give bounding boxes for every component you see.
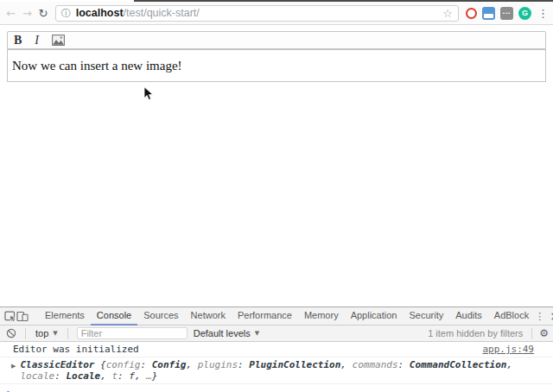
browser-toolbar: ← → ↻ ⓘ localhost/test/quick-start/ ☆ ••… [0,2,553,25]
object-preview-segment: … [146,370,152,382]
image-icon [52,35,65,46]
tab-elements[interactable]: Elements [39,307,91,326]
clear-console-icon[interactable] [4,328,18,338]
object-preview-segment: : [118,370,129,382]
forward-icon[interactable]: → [21,7,35,20]
object-preview-segment: : [398,359,410,370]
object-preview-segment: , [506,359,512,370]
chrome-menu-icon[interactable]: ⋮ [537,7,549,20]
tab-adblock[interactable]: AdBlock [488,307,535,326]
object-preview[interactable]: ClassicEditor {config: Config, plugins: … [20,359,534,382]
grammarly-extension-icon[interactable]: G [518,7,531,20]
object-preview-segment: commands [353,359,398,370]
object-preview-segment: config [106,359,141,370]
object-preview-segment: : [238,359,249,370]
tab-strip-background [134,0,553,2]
back-icon[interactable]: ← [4,7,18,20]
object-preview-segment: } [152,370,158,382]
tab-performance[interactable]: Performance [232,307,298,326]
tab-security[interactable]: Security [403,307,449,326]
divider [25,328,26,339]
console-message-row: Editor was initialized app.js:49 [0,342,553,357]
console-prompt[interactable]: > [0,384,553,392]
divider [531,328,532,339]
object-preview-segment: plugins [198,359,238,370]
hidden-items-info: 1 item hidden by filters [428,328,523,338]
object-preview-segment: f [129,370,135,382]
editor-paragraph: Now we can insert a new image! [12,59,541,73]
chevron-down-icon: ▼ [53,330,57,337]
device-toolbar-icon[interactable] [16,311,29,322]
expand-arrow-icon[interactable]: ▶ [11,361,16,372]
context-selector-label: top [35,328,48,338]
console-messages: Editor was initialized app.js:49 ▶ Class… [0,342,553,392]
log-level-label: Default levels [194,328,251,338]
object-preview-segment: , [135,370,146,382]
address-bar[interactable]: ⓘ localhost/test/quick-start/ ☆ [55,5,459,22]
adblock-extension-icon[interactable] [466,8,477,19]
italic-button[interactable]: I [35,34,39,47]
tab-audits[interactable]: Audits [449,307,488,326]
console-object-row: ▶ ClassicEditor {config: Config, plugins… [0,357,553,384]
bookmark-star-icon[interactable]: ☆ [442,7,453,20]
editor-content-area[interactable]: Now we can insert a new image! [7,49,546,82]
object-preview-segment: : [54,370,66,382]
log-level-selector[interactable]: Default levels▼ [191,328,262,338]
object-preview-segment: Config [152,359,187,370]
devtools-tabs: ElementsConsoleSourcesNetworkPerformance… [39,307,535,326]
object-preview-segment: , [340,359,352,370]
extension-icons: ••• G [466,7,531,20]
screenshot-extension-icon[interactable] [482,7,495,20]
url-path: /test/quick-start/ [124,7,200,19]
console-message-text: Editor was initialized [13,344,472,355]
object-preview-segment: ClassicEditor [20,359,100,370]
divider [67,328,68,339]
inspect-element-icon[interactable] [4,311,16,322]
prompt-chevron-icon: > [7,389,12,392]
object-preview-segment: , [186,359,197,370]
object-preview-segment: { [100,359,106,370]
context-selector[interactable]: top▼ [33,328,60,338]
object-preview-segment: Locale [66,370,100,382]
url-text[interactable]: localhost/test/quick-start/ [76,7,443,19]
console-filter-input[interactable] [77,327,188,339]
insert-image-button[interactable] [52,35,65,46]
active-tab-edge [0,0,134,2]
tab-memory[interactable]: Memory [298,307,345,326]
object-preview-segment: locale [20,370,54,382]
tab-strip [0,0,553,2]
editor-toolbar: B I [7,31,546,49]
source-link[interactable]: app.js:49 [482,344,534,355]
object-preview-segment: , [100,370,111,382]
object-preview-segment: PluginCollection [249,359,340,370]
tab-application[interactable]: Application [345,307,404,326]
page-info-icon[interactable]: ⓘ [61,7,71,20]
url-host: localhost [76,7,124,19]
object-preview-segment: CommandCollection [410,359,507,370]
devtools-menu-icon[interactable]: ⋮ [535,311,544,322]
devtools-close-icon[interactable]: × [550,309,553,323]
bold-button[interactable]: B [14,34,22,47]
tab-console[interactable]: Console [91,307,137,326]
object-preview-segment: : [140,359,151,370]
chevron-down-icon: ▼ [255,330,259,337]
mouse-cursor [143,86,154,101]
screenshot-extension-glyph [484,14,493,18]
console-toolbar: top▼ Default levels▼ 1 item hidden by fi… [0,326,553,342]
devtools-tab-bar: ElementsConsoleSourcesNetworkPerformance… [0,307,553,326]
page-content: B I Now we can insert a new image! [0,25,553,307]
gray-extension-icon[interactable]: ••• [500,7,513,20]
console-settings-icon[interactable]: ⚙ [539,327,549,339]
devtools-panel: ElementsConsoleSourcesNetworkPerformance… [0,307,553,392]
tab-sources[interactable]: Sources [137,307,184,326]
reload-icon[interactable]: ↻ [36,7,50,20]
browser-window: ← → ↻ ⓘ localhost/test/quick-start/ ☆ ••… [0,0,553,392]
tab-network[interactable]: Network [185,307,232,326]
